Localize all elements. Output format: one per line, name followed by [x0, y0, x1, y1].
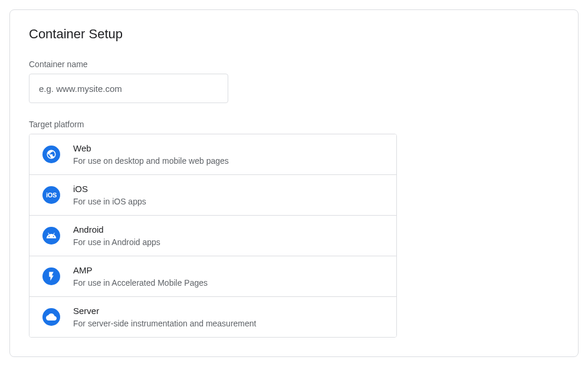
platform-text: AMP For use in Accelerated Mobile Pages	[73, 265, 208, 288]
platform-text: Web For use on desktop and mobile web pa…	[73, 143, 229, 166]
platform-title: Web	[73, 143, 229, 154]
platform-option-android[interactable]: Android For use in Android apps	[29, 216, 396, 256]
platform-description: For server-side instrumentation and meas…	[73, 318, 256, 329]
bolt-icon	[42, 267, 60, 285]
container-name-input[interactable]	[29, 74, 228, 103]
platform-title: Android	[73, 224, 160, 236]
platform-list: Web For use on desktop and mobile web pa…	[29, 134, 397, 338]
container-name-label: Container name	[29, 60, 559, 69]
android-icon	[42, 227, 60, 245]
platform-text: iOS For use in iOS apps	[73, 183, 146, 207]
platform-title: AMP	[73, 265, 208, 276]
globe-icon	[42, 146, 60, 163]
platform-option-amp[interactable]: AMP For use in Accelerated Mobile Pages	[29, 256, 396, 297]
platform-title: iOS	[73, 183, 146, 195]
platform-option-ios[interactable]: iOS iOS For use in iOS apps	[29, 175, 396, 216]
container-setup-card: Container Setup Container name Target pl…	[9, 9, 579, 357]
cloud-icon	[42, 308, 60, 326]
platform-title: Server	[73, 305, 256, 317]
platform-option-web[interactable]: Web For use on desktop and mobile web pa…	[29, 134, 396, 175]
platform-text: Android For use in Android apps	[73, 224, 160, 247]
page-title: Container Setup	[29, 27, 559, 42]
ios-icon: iOS	[42, 186, 60, 204]
platform-description: For use on desktop and mobile web pages	[73, 156, 229, 166]
platform-description: For use in iOS apps	[73, 196, 146, 207]
container-name-field: Container name	[29, 60, 559, 103]
platform-description: For use in Android apps	[73, 237, 160, 247]
platform-option-server[interactable]: Server For server-side instrumentation a…	[29, 297, 396, 337]
platform-text: Server For server-side instrumentation a…	[73, 305, 256, 329]
target-platform-section: Target platform Web For use on desktop a…	[29, 120, 559, 338]
target-platform-label: Target platform	[29, 120, 559, 129]
platform-description: For use in Accelerated Mobile Pages	[73, 278, 208, 288]
